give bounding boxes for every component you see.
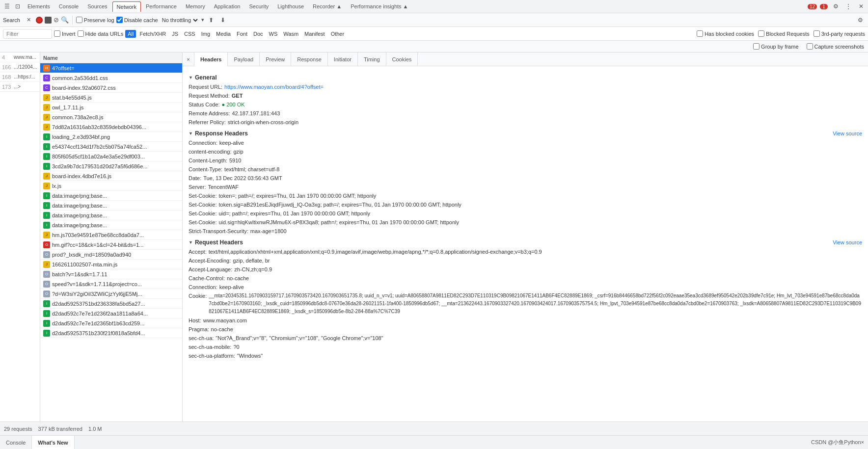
device-toolbar-icon[interactable]: ☰	[2, 1, 12, 11]
request-item[interactable]: Ccommon.2a536dd1.css	[40, 73, 182, 83]
filter-type-js[interactable]: JS	[169, 30, 181, 38]
tab-timing[interactable]: Timing	[358, 53, 386, 66]
request-item[interactable]: I805f605d5cf1b1a02a4e3a5e29df003...	[40, 152, 182, 161]
request-item[interactable]: Jowl_1.7.11.js	[40, 103, 182, 112]
tab-sources[interactable]: Sources	[83, 1, 111, 11]
tab-initiator[interactable]: Initiator	[328, 53, 358, 66]
tab-response[interactable]: Response	[291, 53, 328, 66]
filter-input[interactable]	[3, 29, 52, 39]
request-item[interactable]: Idata:image/png;base...	[40, 211, 182, 220]
request-item[interactable]: Id2dad59253751bd236338fa5bd5a27...	[40, 299, 182, 309]
request-item[interactable]: Id2dad592c7e7e1d2365bf1b63cd259...	[40, 318, 182, 328]
request-item[interactable]: Ghm.gif?cc=18&ck=1&cl=24-bit&ds=1...	[40, 240, 182, 250]
request-item[interactable]: Id2dad592c7e7e1d236f2aa1811a8a64...	[40, 309, 182, 318]
blocked-requests-input[interactable]	[758, 30, 764, 37]
filter-type-doc[interactable]: Doc	[251, 30, 266, 38]
inspect-icon[interactable]: ⊡	[13, 1, 23, 11]
request-item[interactable]: J1662611002507-mta.min.js	[40, 260, 182, 269]
request-item[interactable]: I3cd2a9b7dc179531d20d27a5f6d686e...	[40, 161, 182, 171]
request-item[interactable]: Jlx.js	[40, 181, 182, 191]
tab-security[interactable]: Security	[245, 1, 272, 11]
more-tools-icon[interactable]: ⋮	[843, 1, 853, 11]
has-blocked-cookies-input[interactable]	[697, 30, 703, 37]
general-section-header[interactable]: General	[189, 74, 862, 81]
tab-cookies[interactable]: Cookies	[386, 53, 418, 66]
tab-performance[interactable]: Performance	[142, 1, 181, 11]
request-item[interactable]: Iloading_2.e3d934bf.png	[40, 132, 182, 142]
request-item[interactable]: Jhm.js703e94591e87be68cc8da0da7...	[40, 230, 182, 240]
group-by-frame-checkbox[interactable]: Group by frame	[753, 43, 798, 50]
throttle-dropdown-icon[interactable]: ▾	[201, 17, 204, 23]
filter-type-media[interactable]: Media	[214, 30, 233, 38]
hide-data-urls-input[interactable]	[78, 30, 84, 37]
close-search-icon[interactable]: ✕	[24, 15, 34, 25]
request-headers-header[interactable]: Request Headers View source	[189, 239, 862, 246]
tab-console[interactable]: Console	[55, 1, 82, 11]
throttle-select[interactable]: No throttling	[160, 17, 199, 24]
request-item[interactable]: J7dd82a16316ab32c8359debdb04396...	[40, 122, 182, 132]
request-item[interactable]: Ospeed?v=1&sdk=1.7.11&project=co...	[40, 279, 182, 289]
group-by-frame-input[interactable]	[753, 43, 760, 50]
tab-headers[interactable]: Headers	[194, 53, 228, 66]
response-headers-header[interactable]: Response Headers View source	[189, 130, 862, 137]
filter-type-all[interactable]: All	[125, 30, 136, 38]
tab-lighthouse[interactable]: Lighthouse	[273, 1, 308, 11]
export-har-icon[interactable]: ⬇	[218, 15, 228, 25]
request-item[interactable]: H4?offset=	[40, 63, 182, 73]
filter-type-wasm[interactable]: Wasm	[281, 30, 301, 38]
tab-recorder[interactable]: Recorder ▲	[309, 1, 346, 11]
request-item[interactable]: Cboard-index.92a06072.css	[40, 83, 182, 93]
request-headers-view-source[interactable]: View source	[833, 239, 862, 245]
tab-network[interactable]: Network	[112, 1, 141, 12]
filter-type-manifest[interactable]: Manifest	[302, 30, 327, 38]
tab-performance-insights[interactable]: Performance insights ▲	[347, 1, 412, 11]
invert-checkbox[interactable]: Invert	[54, 30, 76, 37]
stop-recording-button[interactable]	[45, 17, 52, 24]
request-item[interactable]: Jboard-index.4dbd7e16.js	[40, 171, 182, 181]
disable-cache-checkbox[interactable]: Disable cache	[116, 17, 158, 23]
request-item[interactable]: Idata:image/png;base...	[40, 220, 182, 230]
record-button[interactable]	[36, 17, 43, 24]
filter-icon[interactable]: ⊘	[54, 16, 59, 24]
response-headers-view-source[interactable]: View source	[833, 131, 862, 136]
filter-type-ws[interactable]: WS	[267, 30, 280, 38]
tab-memory[interactable]: Memory	[182, 1, 209, 11]
request-item[interactable]: Obatch?v=1&sdk=1.7.11	[40, 269, 182, 279]
filter-type-fetch/xhr[interactable]: Fetch/XHR	[137, 30, 168, 38]
search-network-icon[interactable]: 🔍	[61, 16, 69, 24]
request-url-val[interactable]: https://www.maoyan.com/board/4?offset=	[224, 83, 324, 91]
filter-type-img[interactable]: Img	[199, 30, 213, 38]
import-har-icon[interactable]: ⬆	[206, 15, 216, 25]
request-item[interactable]: Idata:image/png;base...	[40, 191, 182, 201]
filter-type-other[interactable]: Other	[328, 30, 347, 38]
request-item[interactable]: Id2dad59253751b230f21f0818a5bfd4...	[40, 328, 182, 338]
third-party-checkbox[interactable]: 3rd-party requests	[814, 30, 865, 37]
preserve-log-input[interactable]	[76, 17, 82, 23]
request-item[interactable]: Jcommon.738a2ec8.js	[40, 112, 182, 122]
request-item[interactable]: Jstat.b4e55d45.js	[40, 93, 182, 103]
capture-screenshots-checkbox[interactable]: Capture screenshots	[807, 43, 865, 50]
request-item[interactable]: O?d=W3siY2giOiI3ZWliCjzYyl6jjE5Mj...	[40, 289, 182, 299]
settings-network-icon[interactable]: ⚙	[855, 15, 865, 25]
invert-input[interactable]	[54, 30, 60, 37]
request-item[interactable]: Ie54374ccf134d1f7b2c5b075a74fca52...	[40, 142, 182, 152]
settings-icon[interactable]: ⚙	[831, 1, 841, 11]
bottom-tab-console[interactable]: Console	[0, 436, 32, 449]
tab-payload[interactable]: Payload	[228, 53, 260, 66]
capture-screenshots-input[interactable]	[807, 43, 813, 50]
filter-type-font[interactable]: Font	[234, 30, 250, 38]
request-item[interactable]: Idata:image/png;base...	[40, 201, 182, 211]
filter-type-css[interactable]: CSS	[182, 30, 198, 38]
request-item[interactable]: Oprod?_lxsdk_rnd=18509a0ad940	[40, 250, 182, 260]
tab-preview[interactable]: Preview	[260, 53, 291, 66]
bottom-tab-whats-new[interactable]: What's New	[32, 436, 74, 449]
close-devtools-icon[interactable]: ✕	[856, 1, 866, 11]
tab-application[interactable]: Application	[210, 1, 244, 11]
close-detail-button[interactable]: ×	[183, 53, 194, 66]
preserve-log-checkbox[interactable]: Preserve log	[76, 17, 114, 23]
tab-elements[interactable]: Elements	[24, 1, 54, 11]
disable-cache-input[interactable]	[116, 17, 123, 23]
hide-data-urls-checkbox[interactable]: Hide data URLs	[78, 30, 124, 37]
blocked-requests-checkbox[interactable]: Blocked Requests	[758, 30, 810, 37]
third-party-input[interactable]	[814, 30, 820, 37]
